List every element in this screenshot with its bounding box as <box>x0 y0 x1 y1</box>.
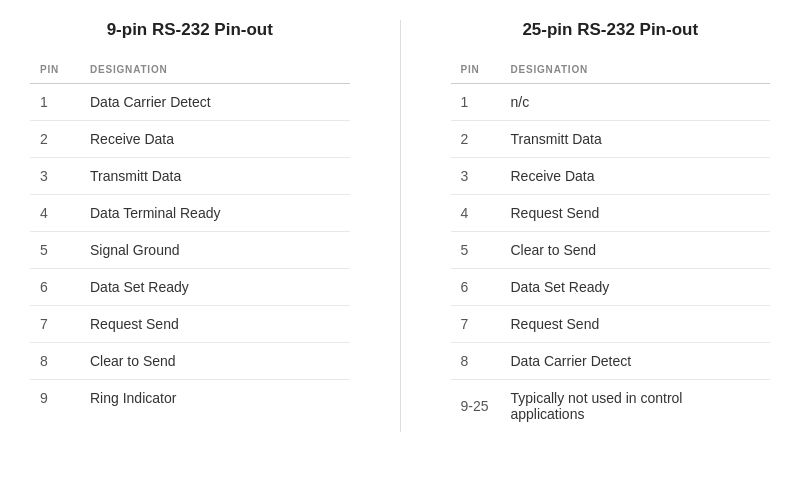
table-row: 2 Transmitt Data <box>451 121 771 158</box>
table-row: 1 Data Carrier Detect <box>30 84 350 121</box>
table-row: 6 Data Set Ready <box>30 269 350 306</box>
pin-number: 8 <box>451 343 501 380</box>
pin-designation: Transmitt Data <box>501 121 771 158</box>
pin-designation: Request Send <box>501 306 771 343</box>
pin-designation: Request Send <box>501 195 771 232</box>
pin-designation: n/c <box>501 84 771 121</box>
pin-number: 9 <box>30 380 80 417</box>
twenty-five-pin-title: 25-pin RS-232 Pin-out <box>451 20 771 40</box>
tables-container: 9-pin RS-232 Pin-out PIN DESIGNATION 1 D… <box>30 20 770 432</box>
table-row: 8 Clear to Send <box>30 343 350 380</box>
twenty-five-pin-col-pin: PIN <box>451 58 501 84</box>
pin-number: 9-25 <box>451 380 501 433</box>
pin-designation: Data Terminal Ready <box>80 195 350 232</box>
table-row: 8 Data Carrier Detect <box>451 343 771 380</box>
pin-number: 8 <box>30 343 80 380</box>
nine-pin-tbody: 1 Data Carrier Detect 2 Receive Data 3 T… <box>30 84 350 417</box>
twenty-five-pin-header-row: PIN DESIGNATION <box>451 58 771 84</box>
nine-pin-title: 9-pin RS-232 Pin-out <box>30 20 350 40</box>
table-row: 1 n/c <box>451 84 771 121</box>
twenty-five-pin-section: 25-pin RS-232 Pin-out PIN DESIGNATION 1 … <box>451 20 771 432</box>
pin-number: 2 <box>30 121 80 158</box>
table-row: 5 Signal Ground <box>30 232 350 269</box>
pin-number: 6 <box>30 269 80 306</box>
twenty-five-pin-table: PIN DESIGNATION 1 n/c 2 Transmitt Data 3… <box>451 58 771 432</box>
table-row: 2 Receive Data <box>30 121 350 158</box>
pin-designation: Clear to Send <box>501 232 771 269</box>
pin-number: 3 <box>451 158 501 195</box>
table-row: 3 Transmitt Data <box>30 158 350 195</box>
pin-number: 5 <box>30 232 80 269</box>
table-row: 9-25 Typically not used in control appli… <box>451 380 771 433</box>
twenty-five-pin-tbody: 1 n/c 2 Transmitt Data 3 Receive Data 4 … <box>451 84 771 433</box>
table-row: 3 Receive Data <box>451 158 771 195</box>
table-row: 4 Data Terminal Ready <box>30 195 350 232</box>
table-row: 4 Request Send <box>451 195 771 232</box>
pin-number: 6 <box>451 269 501 306</box>
pin-designation: Ring Indicator <box>80 380 350 417</box>
pin-designation: Signal Ground <box>80 232 350 269</box>
table-row: 7 Request Send <box>451 306 771 343</box>
pin-designation: Data Set Ready <box>501 269 771 306</box>
pin-number: 1 <box>30 84 80 121</box>
twenty-five-pin-col-designation: DESIGNATION <box>501 58 771 84</box>
pin-number: 1 <box>451 84 501 121</box>
table-row: 5 Clear to Send <box>451 232 771 269</box>
nine-pin-col-designation: DESIGNATION <box>80 58 350 84</box>
pin-designation: Data Carrier Detect <box>501 343 771 380</box>
pin-designation: Typically not used in control applicatio… <box>501 380 771 433</box>
nine-pin-section: 9-pin RS-232 Pin-out PIN DESIGNATION 1 D… <box>30 20 350 432</box>
nine-pin-table: PIN DESIGNATION 1 Data Carrier Detect 2 … <box>30 58 350 416</box>
pin-number: 5 <box>451 232 501 269</box>
pin-number: 7 <box>30 306 80 343</box>
pin-number: 2 <box>451 121 501 158</box>
table-row: 9 Ring Indicator <box>30 380 350 417</box>
table-row: 7 Request Send <box>30 306 350 343</box>
pin-designation: Receive Data <box>80 121 350 158</box>
pin-number: 4 <box>451 195 501 232</box>
nine-pin-header-row: PIN DESIGNATION <box>30 58 350 84</box>
nine-pin-col-pin: PIN <box>30 58 80 84</box>
pin-designation: Data Set Ready <box>80 269 350 306</box>
pin-designation: Transmitt Data <box>80 158 350 195</box>
pin-number: 3 <box>30 158 80 195</box>
pin-designation: Receive Data <box>501 158 771 195</box>
pin-number: 7 <box>451 306 501 343</box>
pin-designation: Clear to Send <box>80 343 350 380</box>
pin-number: 4 <box>30 195 80 232</box>
table-row: 6 Data Set Ready <box>451 269 771 306</box>
pin-designation: Data Carrier Detect <box>80 84 350 121</box>
vertical-divider <box>400 20 401 432</box>
pin-designation: Request Send <box>80 306 350 343</box>
